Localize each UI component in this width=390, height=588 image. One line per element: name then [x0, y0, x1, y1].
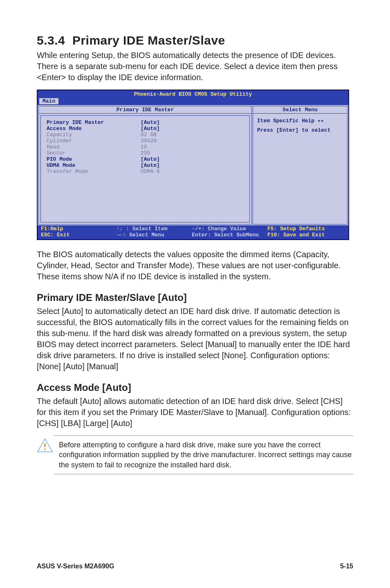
bios-key-select-submenu: Enter: Select SubMenu: [192, 232, 259, 238]
svg-rect-1: [44, 443, 46, 447]
bios-setting-value[interactable]: [Auto]: [141, 120, 160, 126]
svg-point-2: [44, 449, 46, 451]
bios-help-line-2: Press [Enter] to select: [257, 127, 343, 134]
bios-key-select-item: ↑↓ : Select Item: [117, 226, 168, 232]
bios-key-select-menu: →←: Select Menu: [117, 232, 164, 238]
bios-setting-value[interactable]: [Auto]: [141, 126, 160, 132]
body-primary-ide: Select [Auto] to automatically detect an…: [37, 306, 353, 372]
bios-key-help: F1:Help: [41, 226, 63, 232]
bios-setting-label: Cylinder: [47, 138, 141, 144]
section-heading: 5.3.4 Primary IDE Master/Slave: [37, 34, 353, 47]
bios-left-panel: Primary IDE Master Primary IDE Master[Au…: [38, 106, 252, 224]
bios-setting-value: 39420: [141, 138, 157, 144]
bios-key-exit: ESC: Exit: [41, 232, 69, 238]
note-callout: Before attempting to configure a hard di…: [37, 435, 353, 474]
bios-setting-value[interactable]: [Auto]: [141, 163, 160, 169]
section-number: 5.3.4: [37, 34, 65, 47]
bios-setting-row: Capacity82 GB: [47, 132, 244, 138]
bios-key-save-exit: F10: Save and Exit: [267, 232, 325, 238]
bios-setting-row: Sector255: [47, 150, 244, 157]
bios-setting-value[interactable]: [Auto]: [141, 157, 160, 163]
bios-key-setup-defaults: F5: Setup Defaults: [267, 226, 325, 232]
bios-setting-label: Head: [47, 144, 141, 150]
bios-setting-value: 82 GB: [141, 132, 157, 138]
subheading-access-mode: Access Mode [Auto]: [37, 382, 353, 393]
bios-setting-row: Access Mode[Auto]: [47, 126, 244, 132]
bios-setting-row: Transfer ModeUDMA 6: [47, 169, 244, 175]
bios-setting-label[interactable]: UDMA Mode: [47, 163, 141, 169]
bios-setting-value: 16: [141, 144, 147, 150]
bios-help-text: Item Specific Help ▸▸ Press [Enter] to s…: [253, 114, 347, 134]
bios-setting-row: PIO Mode[Auto]: [47, 157, 244, 163]
bios-setting-label[interactable]: Access Mode: [47, 126, 141, 132]
bios-setting-value: UDMA 6: [141, 169, 160, 175]
bios-body: Primary IDE Master Primary IDE Master[Au…: [38, 105, 348, 225]
warning-icon: [37, 435, 54, 453]
bios-footer: F1:Help ESC: Exit ↑↓ : Select Item →←: S…: [38, 225, 348, 239]
bios-footer-col-4: F5: Setup Defaults F10: Save and Exit: [267, 226, 345, 238]
bios-footer-col-1: F1:Help ESC: Exit: [41, 226, 117, 238]
bios-setting-row: Primary IDE Master[Auto]: [47, 120, 244, 126]
bios-setting-label: Capacity: [47, 132, 141, 138]
subheading-primary-ide: Primary IDE Master/Slave [Auto]: [37, 292, 353, 303]
bios-screenshot: Phoenix-Award BIOS CMOS Setup Utility Ma…: [37, 90, 349, 240]
section-title: Primary IDE Master/Slave: [72, 34, 225, 47]
bios-menubar-main-tab[interactable]: Main: [39, 98, 58, 104]
note-text: Before attempting to configure a hard di…: [54, 435, 353, 474]
bios-key-change-value: -/+: Change Value: [192, 226, 246, 232]
bios-help-line-1: Item Specific Help ▸▸: [257, 118, 343, 125]
bios-setting-label[interactable]: PIO Mode: [47, 157, 141, 163]
bios-right-title: Select Menu: [253, 106, 347, 114]
body-access-mode: The default [Auto] allows automatic dete…: [37, 396, 353, 429]
bios-setting-value: 255: [141, 150, 150, 157]
bios-utility-title: Phoenix-Award BIOS CMOS Setup Utility: [38, 90, 348, 98]
intro-paragraph: While entering Setup, the BIOS automatic…: [37, 50, 353, 83]
bios-footer-col-2: ↑↓ : Select Item →←: Select Menu: [117, 226, 192, 238]
bios-left-title: Primary IDE Master: [39, 106, 251, 114]
bios-setting-label: Sector: [47, 150, 141, 157]
bios-setting-label[interactable]: Primary IDE Master: [47, 120, 141, 126]
bios-setting-label: Transfer Mode: [47, 169, 141, 175]
page-footer-left: ASUS V-Series M2A690G: [37, 563, 114, 570]
bios-right-panel: Select Menu Item Specific Help ▸▸ Press …: [253, 106, 347, 224]
bios-footer-col-3: -/+: Change Value Enter: Select SubMenu: [192, 226, 267, 238]
bios-setting-row: UDMA Mode[Auto]: [47, 163, 244, 169]
bios-setting-row: Cylinder39420: [47, 138, 244, 144]
bios-menubar: Main: [38, 98, 348, 105]
para-after-bios: The BIOS automatically detects the value…: [37, 249, 353, 282]
page-footer: ASUS V-Series M2A690G 5-15: [37, 563, 353, 570]
page-footer-right: 5-15: [340, 563, 353, 570]
bios-setting-row: Head16: [47, 144, 244, 150]
bios-settings-list: Primary IDE Master[Auto]Access Mode[Auto…: [40, 115, 250, 222]
